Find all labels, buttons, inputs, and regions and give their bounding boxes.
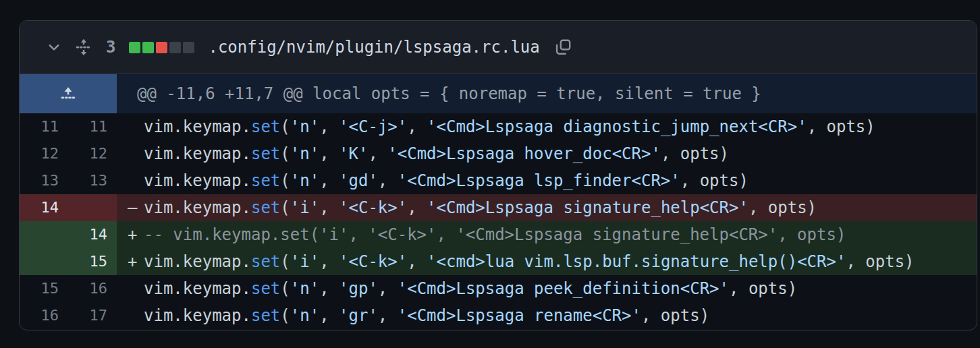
code-segment: '<Cmd>Lspsaga rename<CR>' <box>398 306 641 325</box>
diffstat-square-added <box>129 42 140 53</box>
diff-marker: + <box>128 248 144 275</box>
code-segment: , <box>407 198 427 217</box>
diff-marker <box>128 167 144 194</box>
old-line-number[interactable]: 11 <box>20 113 68 140</box>
code-segment: 'n' <box>290 144 319 163</box>
code-segment: , <box>319 306 339 325</box>
code-segment: -- vim.keymap.set('i', '<C-k>', '<Cmd>Ls… <box>144 225 846 244</box>
diff-row: 14–vim.keymap.set('i', '<C-k>', '<Cmd>Ls… <box>20 194 977 221</box>
old-line-number[interactable]: 13 <box>20 167 68 194</box>
chevron-down-icon <box>47 40 61 55</box>
code-segment: 'gp' <box>339 279 378 298</box>
code-segment: set <box>251 117 280 136</box>
code-line: +vim.keymap.set('i', '<C-k>', '<cmd>lua … <box>117 248 977 275</box>
diffstat-square-added <box>142 42 154 53</box>
new-line-number[interactable]: 13 <box>68 167 117 194</box>
diff-marker <box>128 275 144 302</box>
code-segment: 'gr' <box>339 306 378 325</box>
code-segment: 'n' <box>290 171 319 190</box>
code-segment: 'K' <box>339 144 368 163</box>
new-line-number[interactable] <box>68 194 117 221</box>
new-line-number[interactable]: 15 <box>68 248 117 275</box>
code-segment: , <box>368 144 387 163</box>
code-segment: ( <box>280 144 290 163</box>
diff-row: 15+vim.keymap.set('i', '<C-k>', '<cmd>lu… <box>20 248 977 275</box>
old-line-number[interactable]: 15 <box>20 275 68 302</box>
fold-up-icon <box>59 85 77 103</box>
code-segment: vim.keymap. <box>144 279 251 298</box>
code-line: –vim.keymap.set('i', '<C-k>', '<Cmd>Lsps… <box>117 194 977 221</box>
old-line-number[interactable]: 16 <box>20 302 68 329</box>
code-line: vim.keymap.set('n', 'K', '<Cmd>Lspsaga h… <box>117 140 977 167</box>
copy-path-button[interactable] <box>553 38 572 57</box>
old-line-number[interactable]: 12 <box>20 140 68 167</box>
diff-marker <box>128 113 144 140</box>
new-line-number[interactable]: 17 <box>68 302 117 329</box>
code-segment: set <box>251 198 280 217</box>
code-segment: , <box>319 279 339 298</box>
code-segment: 'i' <box>290 198 319 217</box>
code-segment: '<Cmd>Lspsaga signature_help<CR>' <box>427 198 748 217</box>
new-line-number[interactable]: 11 <box>68 113 117 140</box>
code-segment: ( <box>280 117 290 136</box>
collapse-file-button[interactable] <box>47 40 61 55</box>
code-line: vim.keymap.set('n', 'gr', '<Cmd>Lspsaga … <box>117 302 977 329</box>
code-segment: , <box>319 198 339 217</box>
code-segment: , <box>378 279 398 298</box>
code-segment: , <box>319 117 339 136</box>
code-segment: , opts) <box>641 306 709 325</box>
new-line-number[interactable]: 12 <box>68 140 117 167</box>
code-segment: 'i' <box>290 252 319 271</box>
code-line: vim.keymap.set('n', 'gd', '<Cmd>Lspsaga … <box>117 167 977 194</box>
diff-row: 1516 vim.keymap.set('n', 'gp', '<Cmd>Lsp… <box>20 275 977 302</box>
diff-marker: – <box>128 194 144 221</box>
code-segment: '<cmd>lua vim.lsp.buf.signature_help()<C… <box>427 252 846 271</box>
code-segment: , opts) <box>846 252 914 271</box>
changes-count: 3 <box>106 38 115 57</box>
code-segment: , <box>407 117 427 136</box>
code-segment: '<Cmd>Lspsaga lsp_finder<CR>' <box>398 171 680 190</box>
code-segment: '<Cmd>Lspsaga peek_definition<CR>' <box>398 279 729 298</box>
old-line-number[interactable] <box>20 221 68 248</box>
hunk-header-row: @@ -11,6 +11,7 @@ local opts = { noremap… <box>20 74 977 113</box>
code-segment: ( <box>280 171 290 190</box>
code-segment: '<C-k>' <box>339 198 407 217</box>
diff-marker: + <box>128 221 144 248</box>
code-line: vim.keymap.set('n', 'gp', '<Cmd>Lspsaga … <box>117 275 977 302</box>
code-segment: vim.keymap. <box>144 306 251 325</box>
old-line-number[interactable]: 14 <box>20 194 68 221</box>
diff-row: 1617 vim.keymap.set('n', 'gr', '<Cmd>Lsp… <box>20 302 977 329</box>
code-line: vim.keymap.set('n', '<C-j>', '<Cmd>Lspsa… <box>117 113 977 140</box>
drag-handle[interactable] <box>75 37 92 57</box>
new-line-number[interactable]: 14 <box>68 221 117 248</box>
code-segment: set <box>251 306 280 325</box>
file-path[interactable]: .config/nvim/plugin/lspsaga.rc.lua <box>208 38 539 57</box>
code-segment: , opts) <box>807 117 875 136</box>
code-segment: '<Cmd>Lspsaga hover_doc<CR>' <box>387 144 661 163</box>
code-segment: , <box>319 144 339 163</box>
diff-rows: 1111 vim.keymap.set('n', '<C-j>', '<Cmd>… <box>20 113 977 329</box>
expand-hunk-button[interactable] <box>20 74 117 113</box>
code-segment: , opts) <box>748 198 817 217</box>
code-segment: ( <box>280 306 290 325</box>
diffstat-square-neutral <box>183 42 194 53</box>
new-line-number[interactable]: 16 <box>68 275 117 302</box>
code-segment: , opts) <box>729 279 797 298</box>
hunk-header-text: @@ -11,6 +11,7 @@ local opts = { noremap… <box>117 74 761 113</box>
diff-row: 1111 vim.keymap.set('n', '<C-j>', '<Cmd>… <box>20 113 977 140</box>
code-segment: 'n' <box>290 117 319 136</box>
unfold-vertical-icon <box>75 37 92 57</box>
code-segment: , opts) <box>680 171 748 190</box>
old-line-number[interactable] <box>20 248 68 275</box>
diff-row: 14+-- vim.keymap.set('i', '<C-k>', '<Cmd… <box>20 221 977 248</box>
code-segment: , opts) <box>661 144 729 163</box>
diff-marker <box>128 302 144 329</box>
file-diff-card: 3 .config/nvim/plugin/lspsaga.rc.lua @ <box>19 20 977 330</box>
code-segment: , <box>378 171 398 190</box>
code-segment: vim.keymap. <box>144 198 251 217</box>
code-segment: set <box>251 144 280 163</box>
copy-icon <box>553 38 572 57</box>
code-segment: 'n' <box>290 306 319 325</box>
diffstat-square-neutral <box>169 42 181 53</box>
diffstat-square-deleted <box>156 42 167 53</box>
